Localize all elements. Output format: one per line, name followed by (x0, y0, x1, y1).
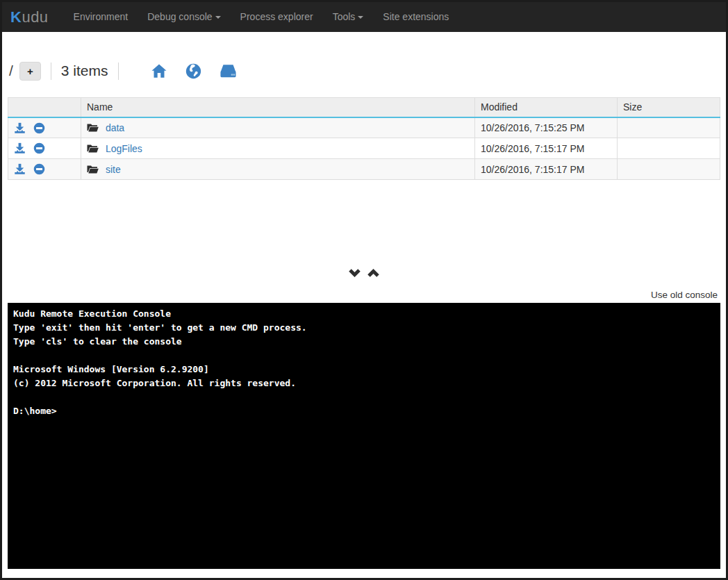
modified-cell: 10/26/2016, 7:15:17 PM (475, 138, 618, 159)
download-icon[interactable] (14, 122, 26, 134)
nav-item-environment[interactable]: Environment (64, 2, 138, 32)
modified-cell: 10/26/2016, 7:15:25 PM (475, 117, 618, 138)
folder-icon (87, 165, 99, 174)
chevron-up-icon[interactable] (367, 267, 380, 279)
breadcrumb-root-link[interactable]: / (9, 63, 13, 79)
folder-link[interactable]: data (106, 122, 124, 133)
kudu-brand-link[interactable]: Kudu (10, 8, 49, 26)
brand-rest: udu (22, 8, 48, 26)
table-row: site 10/26/2016, 7:15:17 PM (8, 159, 720, 180)
file-table: Name Modified Size (8, 97, 720, 180)
toolbar-icons (133, 63, 237, 79)
new-item-button[interactable]: + (19, 62, 41, 81)
folder-link[interactable]: LogFiles (106, 143, 142, 154)
download-icon[interactable] (14, 163, 26, 175)
size-cell (618, 159, 720, 180)
delete-icon[interactable] (33, 142, 45, 154)
kudu-window: Kudu Environment Debug console Process e… (0, 0, 728, 580)
nav-item-process-explorer[interactable]: Process explorer (231, 2, 323, 32)
top-navbar: Kudu Environment Debug console Process e… (2, 2, 726, 32)
file-table-wrap: Name Modified Size (8, 97, 720, 180)
brand-letter: K (10, 8, 22, 26)
modified-cell: 10/26/2016, 7:15:17 PM (475, 159, 618, 180)
modified-column-header: Modified (475, 98, 618, 117)
delete-icon[interactable] (33, 122, 45, 134)
console-header: Use old console (2, 288, 718, 300)
use-old-console-link[interactable]: Use old console (651, 290, 718, 300)
actions-column-header (8, 98, 81, 117)
table-row: LogFiles 10/26/2016, 7:15:17 PM (8, 138, 720, 159)
table-row: data 10/26/2016, 7:15:25 PM (8, 117, 720, 138)
console-output: Kudu Remote Execution Console Type 'exit… (13, 307, 715, 418)
nav-item-site-extensions[interactable]: Site extensions (373, 2, 458, 32)
size-column-header: Size (618, 98, 720, 117)
nav-item-debug-console[interactable]: Debug console (138, 2, 230, 32)
items-count-label: 3 items (61, 63, 108, 79)
name-column-header: Name (81, 98, 475, 117)
folder-link[interactable]: site (106, 164, 121, 175)
nav-item-tools[interactable]: Tools (323, 2, 374, 32)
home-icon[interactable] (151, 63, 167, 79)
drive-icon[interactable] (220, 63, 237, 79)
table-header-row: Name Modified Size (8, 98, 720, 117)
globe-icon[interactable] (185, 63, 201, 79)
size-cell (618, 117, 720, 138)
chevron-down-icon[interactable] (348, 267, 361, 279)
plus-icon: + (27, 66, 33, 76)
size-cell (618, 138, 720, 159)
chevron-down-icon (358, 16, 363, 19)
download-icon[interactable] (14, 142, 26, 154)
panel-splitter (2, 267, 726, 280)
file-browser-toolbar: / + 3 items (9, 56, 726, 86)
delete-icon[interactable] (33, 163, 45, 175)
toolbar-divider (51, 63, 51, 80)
folder-icon (87, 123, 99, 133)
command-console[interactable]: Kudu Remote Execution Console Type 'exit… (8, 303, 720, 569)
toolbar-divider (118, 63, 119, 80)
folder-icon (87, 144, 99, 154)
chevron-down-icon (215, 16, 221, 19)
